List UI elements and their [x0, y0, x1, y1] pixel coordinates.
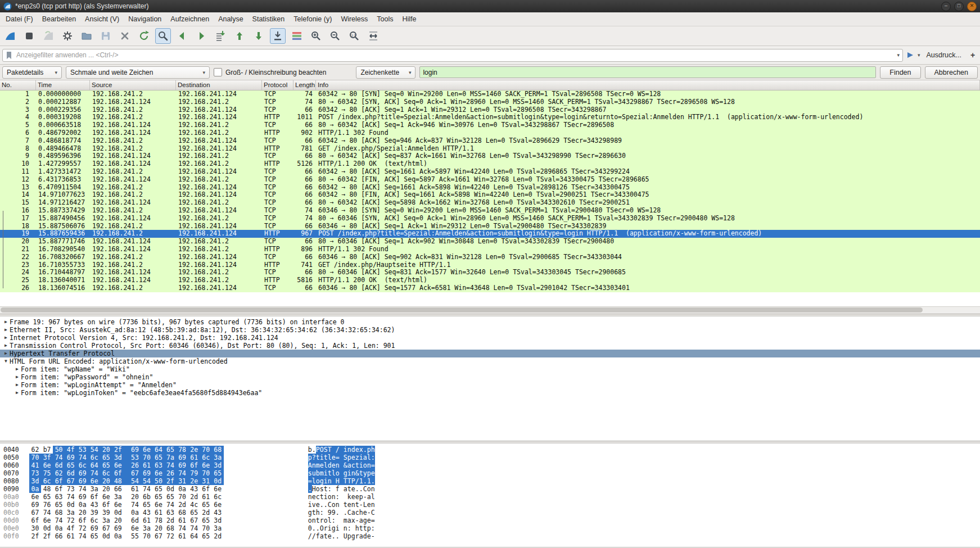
hex-ascii-char[interactable]: . — [312, 524, 316, 532]
hex-ascii-char[interactable]: & — [344, 461, 347, 469]
hex-byte[interactable]: 67 — [152, 532, 164, 540]
hex-ascii-char[interactable]: g — [320, 477, 324, 485]
detail-row[interactable]: ▶Ethernet II, Src: AsustekC_ad:8a:12 (48… — [0, 326, 980, 334]
expand-icon[interactable]: ▶ — [2, 334, 10, 342]
hex-ascii-char[interactable]: T — [344, 477, 347, 485]
hex-ascii-char[interactable]: a — [351, 509, 355, 517]
hex-ascii-char[interactable]: i — [336, 524, 340, 532]
hex-byte[interactable]: 69 — [76, 469, 88, 477]
hex-ascii-char[interactable]: z — [355, 454, 359, 461]
hex-ascii-char[interactable]: i — [328, 524, 332, 532]
expand-icon[interactable]: ▶ — [13, 389, 21, 397]
hex-byte[interactable]: 3a — [212, 454, 224, 461]
packet-row[interactable]: 50.000663518192.168.241.124192.168.241.2… — [0, 121, 980, 129]
collapse-icon[interactable]: ▼ — [2, 357, 10, 365]
hex-ascii-char[interactable]: = — [371, 461, 375, 469]
detail-row[interactable]: ▶Form item: "wpLoginAttempt" = "Anmelden… — [0, 381, 980, 389]
hex-byte[interactable]: 74 — [41, 509, 53, 517]
hex-byte[interactable]: 3d — [112, 454, 124, 461]
hex-byte[interactable]: 61 — [141, 461, 152, 469]
hex-ascii-char[interactable]: t — [316, 517, 320, 524]
hex-ascii-char[interactable]: t — [320, 493, 324, 501]
hex-ascii-char[interactable]: a — [344, 485, 347, 493]
hex-byte[interactable]: 61 — [177, 532, 188, 540]
detail-row[interactable]: ▼HTML Form URL Encoded: application/x-ww… — [0, 357, 980, 365]
menu-item-ansichtv[interactable]: Ansicht (V) — [80, 13, 124, 25]
hex-ascii-char[interactable]: s — [308, 469, 312, 477]
checkbox-box[interactable] — [214, 68, 222, 76]
hex-byte[interactable]: 64 — [188, 532, 200, 540]
hex-byte[interactable]: 2f — [29, 532, 41, 540]
hex-byte[interactable]: 2d — [200, 509, 212, 517]
hex-byte[interactable]: 74 — [129, 501, 141, 509]
hex-byte[interactable]: 6e — [212, 501, 224, 509]
bookmark-icon[interactable] — [6, 51, 12, 60]
hex-byte[interactable]: 0a — [53, 524, 65, 532]
close-button-icon[interactable] — [967, 2, 977, 11]
hex-ascii-char[interactable]: e — [355, 493, 359, 501]
hex-byte[interactable]: 68 — [165, 524, 177, 532]
hex-byte[interactable]: 3d — [212, 517, 224, 524]
hex-byte[interactable]: 3a — [88, 485, 100, 493]
hex-byte[interactable]: 69 — [29, 501, 41, 509]
hex-byte[interactable]: 31 — [177, 477, 188, 485]
column-header-length[interactable]: Length — [293, 80, 316, 90]
hex-ascii-char[interactable] — [332, 477, 336, 485]
hex-ascii-char[interactable]: e — [351, 454, 355, 461]
hex-ascii-char[interactable]: e — [332, 454, 336, 461]
hex-byte[interactable]: 74 — [188, 524, 200, 532]
hex-byte[interactable]: 74 — [88, 469, 100, 477]
hex-ascii-char[interactable]: P — [351, 477, 355, 485]
hex-ascii-char[interactable]: b — [308, 446, 312, 454]
hex-ascii-char[interactable]: e — [367, 501, 371, 509]
hex-ascii-char[interactable]: h — [359, 509, 363, 517]
hex-byte[interactable]: 66 — [53, 532, 65, 540]
hex-byte[interactable]: 6e — [29, 493, 41, 501]
hex-byte[interactable]: 2d — [165, 517, 177, 524]
detail-row[interactable]: ▶Hypertext Transfer Protocol — [0, 350, 980, 357]
hex-byte[interactable]: 20 — [100, 446, 112, 454]
hex-ascii-char[interactable]: t — [312, 509, 316, 517]
hex-byte[interactable]: 63 — [152, 461, 164, 469]
hex-ascii-char[interactable]: : — [320, 509, 324, 517]
hex-ascii-char[interactable]: p — [367, 524, 371, 532]
go-first-icon[interactable] — [232, 28, 247, 44]
hex-byte[interactable]: 2d — [188, 493, 200, 501]
hex-ascii-char[interactable]: p — [308, 454, 312, 461]
capture-restart-icon[interactable] — [40, 28, 56, 44]
hex-ascii-char[interactable]: e — [316, 501, 320, 509]
hex-ascii-char[interactable]: : — [347, 524, 351, 532]
hex-ascii-char[interactable]: e — [312, 493, 316, 501]
hex-ascii-char[interactable]: t — [328, 469, 332, 477]
hex-byte[interactable]: 2d — [177, 501, 188, 509]
hex-byte[interactable]: 6e — [41, 461, 53, 469]
hex-ascii-char[interactable]: i — [308, 501, 312, 509]
hex-byte[interactable]: 3a — [65, 509, 76, 517]
hex-ascii-char[interactable] — [332, 446, 336, 454]
hex-byte[interactable]: 53 — [129, 454, 141, 461]
hex-ascii-char[interactable]: e — [367, 532, 371, 540]
display-filter-input[interactable] — [15, 51, 894, 60]
hex-ascii-char[interactable]: b — [316, 469, 320, 477]
hex-ascii-char[interactable]: d — [328, 461, 332, 469]
hex-byte[interactable]: 61 — [129, 485, 141, 493]
hex-byte[interactable]: 67 — [65, 477, 76, 485]
hex-byte[interactable]: 67 — [29, 509, 41, 517]
detail-row[interactable]: ▶Form item: "wpPassword" = "ohnein" — [0, 373, 980, 381]
column-header-time[interactable]: Time — [36, 80, 90, 90]
hex-byte[interactable]: 65 — [88, 532, 100, 540]
hex-ascii-char[interactable]: x — [359, 446, 363, 454]
packet-row[interactable]: 1615.887337429192.168.241.2192.168.241.1… — [0, 207, 980, 215]
hex-byte[interactable]: 3f — [41, 454, 53, 461]
hex-ascii-char[interactable]: . — [363, 446, 367, 454]
hex-byte[interactable]: 48 — [112, 477, 124, 485]
hex-ascii-char[interactable]: p — [367, 446, 371, 454]
hex-byte[interactable]: 72 — [65, 517, 76, 524]
hex-ascii-char[interactable]: f — [336, 485, 340, 493]
hex-ascii-char[interactable]: 9 — [332, 509, 336, 517]
hex-byte[interactable]: 69 — [141, 469, 152, 477]
hex-ascii-char[interactable]: i — [324, 477, 328, 485]
hex-ascii-char[interactable]: a — [320, 532, 324, 540]
packet-row[interactable]: 111.427331472192.168.241.2192.168.241.12… — [0, 168, 980, 176]
hex-byte[interactable]: 0a — [29, 485, 41, 493]
